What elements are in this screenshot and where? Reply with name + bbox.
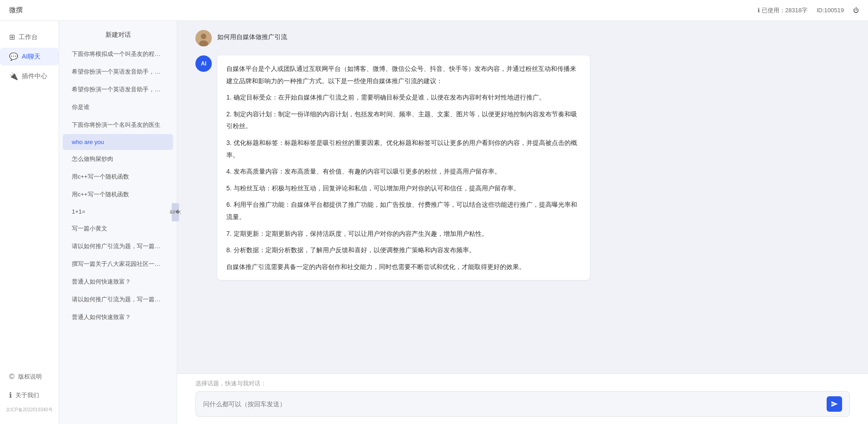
user-avatar — [195, 30, 212, 46]
user-bubble: 如何用自媒体做推广引流 — [217, 30, 287, 45]
list-item[interactable]: 1+1= — [63, 204, 173, 219]
ai-paragraph: 自媒体平台是个人或团队通过互联网平台（如博客、微博、微信公众号、抖音、快手等）发… — [226, 63, 581, 87]
list-item[interactable]: 用c++写一个随机函数 — [63, 168, 173, 185]
user-message: 如何用自媒体做推广引流 — [195, 30, 850, 46]
list-item[interactable]: 普通人如何快速致富？ — [63, 309, 173, 326]
send-icon — [831, 400, 838, 408]
list-item[interactable]: 下面你将模拟成一个叫圣友的程序员，我说... — [63, 45, 173, 63]
list-item[interactable]: 写一篇小黄文 — [63, 220, 173, 237]
plugins-label: 插件中心 — [22, 72, 47, 80]
about-label: 关于我们 — [15, 391, 39, 399]
copyright-label: 版权说明 — [18, 373, 42, 381]
collapse-button[interactable]: &#�; — [172, 203, 179, 221]
left-nav: W 微撰 ⊞ 工作台 💬 AI聊天 🔌 插件中心 © 版权说明 ℹ 关于我们 京… — [0, 0, 59, 424]
list-item[interactable]: 普通人如何快速致富？ — [63, 273, 173, 290]
list-item[interactable]: 请以如何推广引流为题，写一篇大纲 — [63, 291, 173, 308]
list-item[interactable]: 请以如何推广引流为题，写一篇大纲 — [63, 238, 173, 255]
usage-info: ℹ 已使用：28318字 — [758, 6, 808, 15]
about-icon: ℹ — [9, 391, 12, 399]
topbar-title: 微撰 — [9, 6, 23, 15]
send-button[interactable] — [827, 396, 842, 412]
main-content: 如何用自媒体做推广引流 AI 自媒体平台是个人或团队通过互联网平台（如博客、微博… — [177, 21, 868, 424]
list-item[interactable]: 撰写一篇关于八大家花园社区一刻钟便民生... — [63, 255, 173, 273]
ai-paragraph: 2. 制定内容计划：制定一份详细的内容计划，包括发布时间、频率、主题、文案、图片… — [226, 108, 581, 132]
list-item[interactable]: who are you — [63, 134, 173, 150]
topbar-right: ℹ 已使用：28318字 ID:100519 ⏻ — [758, 6, 859, 15]
input-row — [195, 391, 850, 417]
chat-sidebar: 新建对话 下面你将模拟成一个叫圣友的程序员，我说...希望你扮演一个英语发音助手… — [59, 21, 177, 424]
workspace-icon: ⊞ — [9, 33, 15, 41]
nav-bottom: © 版权说明 ℹ 关于我们 京ICP备2022019340号 — [0, 367, 59, 424]
list-item[interactable]: 你是谁 — [63, 99, 173, 116]
sidebar-item-workspace[interactable]: ⊞ 工作台 — [0, 28, 59, 46]
chat-area: 如何用自媒体做推广引流 AI 自媒体平台是个人或团队通过互联网平台（如博客、微博… — [177, 21, 868, 374]
ai-paragraph: 6. 利用平台推广功能：自媒体平台都提供了推广功能，如广告投放、付费推广等，可以… — [226, 199, 581, 223]
icp-text: 京ICP备2022019340号 — [0, 405, 59, 415]
avatar-image — [195, 30, 212, 46]
sidebar-item-about[interactable]: ℹ 关于我们 — [0, 386, 59, 404]
list-item[interactable]: 用c++写一个随机函数 — [63, 186, 173, 203]
quick-topics-label: 选择话题，快速与我对话： — [195, 379, 850, 388]
ai-paragraph: 7. 定期更新：定期更新内容，保持活跃度，可以让用户对你的内容产生兴趣，增加用户… — [226, 228, 581, 240]
ai-paragraph: 4. 发布高质量内容：发布高质量、有价值、有趣的内容可以吸引更多的粉丝，并提高用… — [226, 165, 581, 178]
ai-avatar: AI — [195, 55, 212, 72]
chat-icon: 💬 — [9, 52, 18, 61]
sidebar-item-copyright[interactable]: © 版权说明 — [0, 368, 59, 385]
chat-input[interactable] — [203, 400, 822, 408]
list-item[interactable]: 希望你扮演一个英语发音助手，我提供给你... — [63, 63, 173, 80]
ai-paragraph: 自媒体推广引流需要具备一定的内容创作和社交能力，同时也需要不断尝试和优化，才能取… — [226, 261, 581, 273]
ai-paragraph: 8. 分析数据：定期分析数据，了解用户反馈和喜好，以便调整推广策略和内容发布频率… — [226, 244, 581, 256]
user-message-text: 如何用自媒体做推广引流 — [217, 33, 287, 40]
ai-paragraph: 3. 优化标题和标签：标题和标签是吸引粉丝的重要因素。优化标题和标签可以让更多的… — [226, 137, 581, 161]
info-icon: ℹ — [758, 7, 760, 14]
list-item[interactable]: 怎么做狗屎炒肉 — [63, 150, 173, 168]
topbar: 微撰 ℹ 已使用：28318字 ID:100519 ⏻ — [0, 0, 868, 21]
svg-point-3 — [201, 34, 206, 39]
copyright-icon: © — [9, 373, 15, 381]
chat-list: 下面你将模拟成一个叫圣友的程序员，我说...希望你扮演一个英语发音助手，我提供给… — [59, 45, 177, 326]
input-area: 选择话题，快速与我对话： — [177, 374, 868, 424]
sidebar-item-plugins[interactable]: 🔌 插件中心 — [0, 67, 59, 85]
plugin-icon: 🔌 — [9, 72, 18, 80]
ai-paragraph: 1. 确定目标受众：在开始自媒体推广引流之前，需要明确目标受众是谁，以便在发布内… — [226, 91, 581, 104]
usage-label: 已使用：28318字 — [762, 6, 808, 15]
id-label: ID:100519 — [817, 7, 844, 14]
workspace-label: 工作台 — [19, 33, 38, 41]
ai-message: AI 自媒体平台是个人或团队通过互联网平台（如博客、微博、微信公众号、抖音、快手… — [195, 55, 850, 280]
sidebar-item-ai-chat[interactable]: 💬 AI聊天 — [0, 48, 59, 65]
list-item[interactable]: 下面你将扮演一个名叫圣友的医生 — [63, 116, 173, 134]
list-item[interactable]: 希望你扮演一个英语发音助手，我提供给你... — [63, 81, 173, 98]
ai-bubble: 自媒体平台是个人或团队通过互联网平台（如博客、微博、微信公众号、抖音、快手等）发… — [217, 55, 590, 280]
ai-chat-label: AI聊天 — [22, 53, 40, 61]
power-icon[interactable]: ⏻ — [853, 7, 859, 14]
ai-paragraph: 5. 与粉丝互动：积极与粉丝互动，回复评论和私信，可以增加用户对你的认可和信任，… — [226, 182, 581, 195]
new-chat-button[interactable]: 新建对话 — [59, 26, 177, 44]
